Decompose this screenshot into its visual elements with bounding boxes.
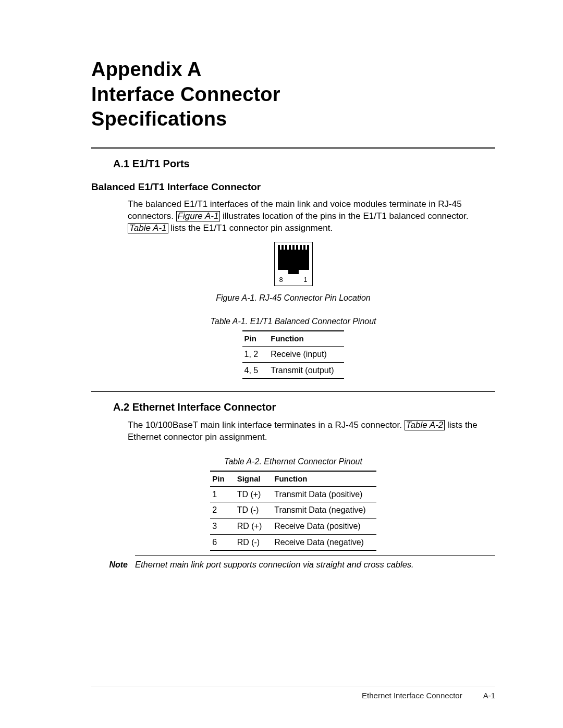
para-a2-pre: The 10/100BaseT main link interface term… xyxy=(128,420,405,430)
paragraph-a2: The 10/100BaseT main link interface term… xyxy=(128,419,495,443)
footer-page-number: A-1 xyxy=(483,690,495,701)
section-a2-heading: A.2 Ethernet Interface Connector xyxy=(113,400,495,414)
cell: 3 xyxy=(210,519,235,535)
cell: Receive (input) xyxy=(268,346,344,362)
table-a1-header-pin: Pin xyxy=(242,331,269,347)
section-a1-heading: A.1 E1/T1 Ports xyxy=(113,157,495,171)
cell: 6 xyxy=(210,534,235,550)
table-row: 1, 2 Receive (input) xyxy=(242,346,345,362)
cell: Transmit Data (positive) xyxy=(272,486,376,502)
rj45-connector-icon: 8 1 xyxy=(274,242,313,286)
document-page: Appendix A Interface Connector Specifica… xyxy=(0,0,563,728)
table-a2-header-function: Function xyxy=(272,471,376,487)
note-body: Ethernet main link port supports connect… xyxy=(135,555,495,571)
table-a2-header-signal: Signal xyxy=(235,471,273,487)
figure-a1-caption: Figure A-1. RJ-45 Connector Pin Location xyxy=(91,292,495,304)
para-a1-mid: illustrates location of the pins in the … xyxy=(220,211,468,221)
link-table-a2[interactable]: Table A-2 xyxy=(405,420,445,430)
cell: Transmit (output) xyxy=(268,362,344,378)
note-label: Note xyxy=(91,555,135,571)
link-table-a1[interactable]: Table A-1 xyxy=(128,223,168,233)
table-row: 2 TD (-) Transmit Data (negative) xyxy=(210,502,376,519)
cell: Receive Data (positive) xyxy=(272,519,376,535)
subsection-balanced-heading: Balanced E1/T1 Interface Connector xyxy=(91,180,495,194)
table-a1-caption: Table A-1. E1/T1 Balanced Connector Pino… xyxy=(91,316,495,327)
cell: 4, 5 xyxy=(242,362,269,378)
table-row: 4, 5 Transmit (output) xyxy=(242,362,345,378)
cell: 2 xyxy=(210,502,235,519)
cell: TD (+) xyxy=(235,486,273,502)
table-a1: Pin Function 1, 2 Receive (input) 4, 5 T… xyxy=(242,330,345,379)
cell: 1 xyxy=(210,486,235,502)
table-a1-header-function: Function xyxy=(268,331,344,347)
cell: Transmit Data (negative) xyxy=(272,502,376,519)
page-title-line1: Interface Connector xyxy=(91,82,495,107)
pin-label-8: 8 xyxy=(279,275,283,285)
table-a2-caption: Table A-2. Ethernet Connector Pinout xyxy=(91,456,495,467)
cell: TD (-) xyxy=(235,502,273,519)
page-footer: Ethernet Interface Connector A-1 xyxy=(91,686,495,701)
table-row: 6 RD (-) Receive Data (negative) xyxy=(210,534,376,550)
cell: RD (-) xyxy=(235,534,273,550)
appendix-label: Appendix A xyxy=(91,57,495,82)
figure-a1: 8 1 xyxy=(91,242,495,286)
note-block: Note Ethernet main link port supports co… xyxy=(91,555,495,571)
table-row: 3 RD (+) Receive Data (positive) xyxy=(210,519,376,535)
cell: RD (+) xyxy=(235,519,273,535)
table-a2: Pin Signal Function 1 TD (+) Transmit Da… xyxy=(210,471,376,551)
cell: 1, 2 xyxy=(242,346,269,362)
rule-mid xyxy=(91,391,495,392)
table-a2-header-pin: Pin xyxy=(210,471,235,487)
link-figure-a1[interactable]: Figure A-1 xyxy=(176,211,221,221)
para-a1-post: lists the E1/T1 connector pin assignment… xyxy=(168,223,333,233)
page-title-block: Appendix A Interface Connector Specifica… xyxy=(91,57,495,132)
cell: Receive Data (negative) xyxy=(272,534,376,550)
paragraph-a1: The balanced E1/T1 interfaces of the mai… xyxy=(128,199,495,235)
rule-top xyxy=(91,147,495,149)
footer-section: Ethernet Interface Connector xyxy=(362,690,462,701)
pin-label-1: 1 xyxy=(303,275,307,285)
table-row: 1 TD (+) Transmit Data (positive) xyxy=(210,486,376,502)
page-title-line2: Specifications xyxy=(91,107,495,132)
